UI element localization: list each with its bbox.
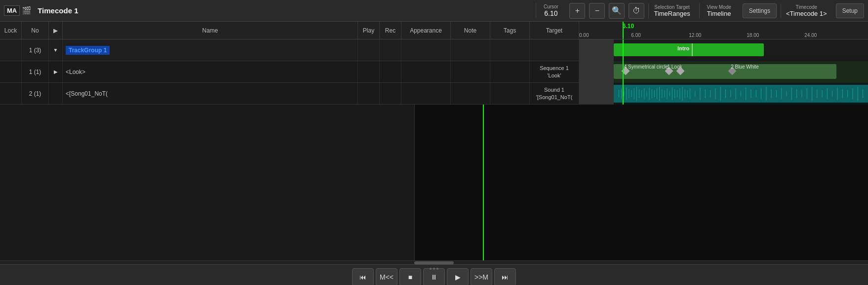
track-row-look: 1 (1) ▶ <Look> Sequence 1 'Look' bbox=[0, 61, 868, 83]
skip-fwd-button[interactable]: ⏭ bbox=[494, 268, 516, 285]
track-row-group: 1 (3) ▼ TrackGroup 1 Intro bbox=[0, 39, 868, 61]
clock-button[interactable]: ⏱ bbox=[629, 3, 644, 19]
window-title: Timecode 1 bbox=[38, 6, 78, 15]
target-sound-line2: '[Song01_NoT( bbox=[536, 94, 573, 101]
col-arrow: ▶ bbox=[49, 22, 63, 39]
arrow-sound bbox=[49, 83, 63, 104]
col-name: Name bbox=[63, 22, 358, 39]
horizontal-scrollbar[interactable] bbox=[0, 260, 868, 264]
tl-marker-label-1: 4 Symmetrical circle bbox=[624, 64, 668, 70]
lock-look bbox=[0, 61, 22, 82]
play-group bbox=[358, 39, 380, 61]
view-mode-section[interactable]: View Mode Timeline bbox=[699, 3, 739, 18]
cursor-line-empty bbox=[483, 105, 484, 260]
stop-button[interactable]: ■ bbox=[399, 268, 421, 285]
settings-button[interactable]: Settings bbox=[743, 3, 777, 18]
arrow-look[interactable]: ▶ bbox=[49, 61, 63, 82]
col-appearance: Appearance bbox=[401, 22, 451, 39]
name-group: TrackGroup 1 bbox=[63, 39, 358, 61]
waveform-svg bbox=[614, 85, 868, 103]
timeline-group: Intro bbox=[579, 39, 868, 61]
top-bar: MA 🎬 Timecode 1 Cursor 6.10 + − 🔍 ⏱ Sele… bbox=[0, 0, 868, 22]
tl-pre-gray bbox=[579, 39, 614, 61]
pause-button[interactable]: ⏸ bbox=[423, 268, 445, 285]
timeline-ruler: 6.10 0.00 6.00 12.00 18.00 24.00 bbox=[579, 22, 868, 39]
col-play: Play bbox=[358, 22, 380, 39]
target-sound-line1: Sound 1 bbox=[544, 86, 564, 93]
target-look-line1: Sequence 1 bbox=[540, 65, 569, 71]
search-button[interactable]: 🔍 bbox=[609, 3, 625, 19]
col-target: Target bbox=[530, 22, 579, 39]
tl-pre-gray-look bbox=[579, 61, 614, 83]
view-mode-label: View Mode bbox=[707, 4, 731, 10]
col-lock: Lock bbox=[0, 22, 22, 39]
tl-group-label: Intro bbox=[677, 45, 689, 51]
transport-bar: ⏮ M<< ■ ⏸ ▶ >>M ⏭ bbox=[0, 264, 868, 285]
ruler-tick-3: 18.00 bbox=[747, 33, 759, 38]
logo-ma: MA bbox=[4, 5, 20, 16]
arrow-group[interactable]: ▼ bbox=[49, 39, 63, 61]
marker-fwd-button[interactable]: >>M bbox=[471, 268, 492, 285]
col-tags: Tags bbox=[490, 22, 530, 39]
cursor-position-label: 6.10 bbox=[623, 23, 634, 30]
selection-target-label: Selection Target bbox=[654, 4, 690, 10]
target-group bbox=[530, 39, 579, 61]
target-look: Sequence 1 'Look' bbox=[530, 61, 579, 82]
col-no: No bbox=[22, 22, 49, 39]
timecode-section[interactable]: Timecode <Timecode 1> bbox=[781, 3, 832, 18]
rec-sound bbox=[380, 83, 401, 104]
play-look bbox=[358, 61, 380, 82]
selection-target-value: TimeRanges bbox=[654, 10, 690, 17]
play-button[interactable]: ▶ bbox=[447, 268, 469, 285]
marker-back-button[interactable]: M<< bbox=[376, 268, 397, 285]
empty-left bbox=[0, 105, 415, 260]
lock-sound bbox=[0, 83, 22, 104]
track-row-sound: 2 (1) <[Song01_NoT( Sound 1 '[Song01_NoT… bbox=[0, 83, 868, 105]
tl-marker-label-4: 2 Blue White bbox=[731, 64, 759, 70]
appear-sound bbox=[401, 83, 451, 104]
transport-handle bbox=[430, 268, 438, 270]
name-look: <Look> bbox=[63, 61, 358, 82]
note-group bbox=[451, 39, 490, 61]
no-group: 1 (3) bbox=[22, 39, 49, 61]
ruler-tick-1: 6.00 bbox=[631, 33, 640, 38]
appear-look bbox=[401, 61, 451, 82]
setup-button[interactable]: Setup bbox=[836, 3, 864, 18]
zoom-out-button[interactable]: − bbox=[589, 3, 605, 19]
timeline-look: 4 Symmetrical circle 1 Look 2 Blue White bbox=[579, 61, 868, 83]
handle-dot-2 bbox=[433, 268, 435, 270]
ruler-tick-4: 24.00 bbox=[804, 33, 817, 38]
name-sound: <[Song01_NoT( bbox=[63, 83, 358, 104]
empty-area bbox=[0, 105, 868, 260]
group-name-text: TrackGroup 1 bbox=[66, 46, 110, 55]
ruler-tick-0: 0.00 bbox=[579, 33, 589, 38]
cursor-section: Cursor 6.10 bbox=[536, 3, 565, 18]
rec-look bbox=[380, 61, 401, 82]
play-sound bbox=[358, 83, 380, 104]
handle-dot-1 bbox=[430, 268, 432, 270]
cursor-label: Cursor bbox=[544, 4, 558, 9]
content-area: 1 (3) ▼ TrackGroup 1 Intro bbox=[0, 39, 868, 260]
empty-timeline bbox=[415, 105, 868, 260]
cursor-line-look bbox=[623, 61, 624, 83]
timecode-value: <Timecode 1> bbox=[786, 10, 827, 17]
timeline-sound bbox=[579, 83, 868, 105]
zoom-in-button[interactable]: + bbox=[569, 3, 585, 19]
tags-group bbox=[490, 39, 530, 61]
appear-group bbox=[401, 39, 451, 61]
logo-box: MA 🎬 bbox=[4, 5, 32, 16]
col-rec: Rec bbox=[380, 22, 401, 39]
expand-arrow-look[interactable]: ▶ bbox=[54, 69, 58, 74]
ruler-tick-2: 12.00 bbox=[689, 33, 701, 38]
handle-dot-3 bbox=[436, 268, 438, 270]
col-note: Note bbox=[451, 22, 490, 39]
expand-arrow-group[interactable]: ▼ bbox=[53, 47, 58, 53]
tl-pre-gray-sound bbox=[579, 83, 614, 105]
skip-back-button[interactable]: ⏮ bbox=[352, 268, 374, 285]
selection-target-section[interactable]: Selection Target TimeRanges bbox=[648, 3, 695, 18]
target-look-line2: 'Look' bbox=[547, 72, 561, 79]
film-icon: 🎬 bbox=[22, 6, 32, 15]
cursor-line-sound bbox=[623, 83, 624, 105]
cursor-value: 6.10 bbox=[544, 9, 557, 17]
cursor-line-group bbox=[623, 39, 624, 61]
